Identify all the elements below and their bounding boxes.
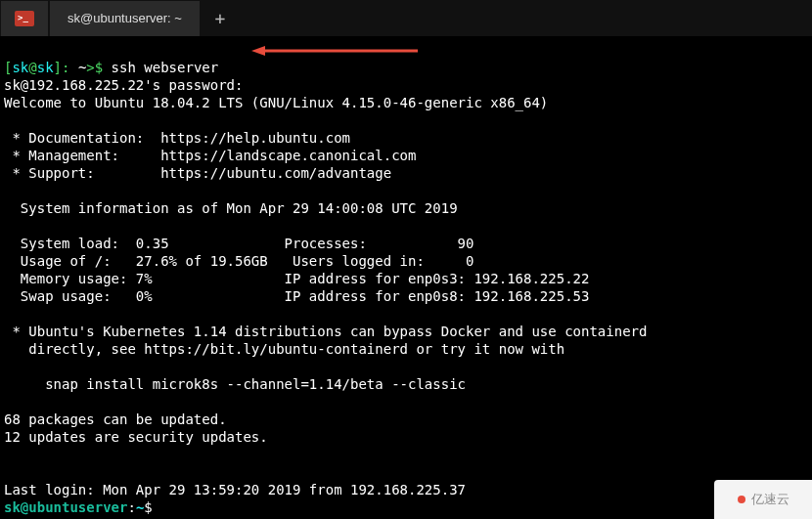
prompt-path: ~ <box>69 60 86 75</box>
terminal-icon <box>15 11 34 26</box>
last-login: Last login: Mon Apr 29 13:59:20 2019 fro… <box>4 482 466 497</box>
sysinfo-load: System load: 0.35 Processes: 90 <box>4 236 474 251</box>
new-tab-button[interactable]: + <box>202 1 239 36</box>
sysinfo-swap: Swap usage: 0% IP address for enp0s8: 19… <box>4 288 589 304</box>
tab-terminal[interactable]: sk@ubuntuserver: ~ <box>50 1 200 36</box>
motd-support: * Support: https://ubuntu.com/advantage <box>4 165 391 181</box>
prompt-arrow: >$ <box>86 60 111 75</box>
updates-line2: 12 updates are security updates. <box>4 429 268 445</box>
welcome-line: Welcome to Ubuntu 18.04.2 LTS (GNU/Linux… <box>4 95 548 110</box>
watermark-dot-icon <box>738 496 745 503</box>
sysinfo-header: System information as of Mon Apr 29 14:0… <box>4 200 458 216</box>
sysinfo-mem: Memory usage: 7% IP address for enp0s3: … <box>4 271 589 286</box>
motd-snap: snap install microk8s --channel=1.14/bet… <box>4 376 466 392</box>
prompt-user: sk <box>12 60 28 75</box>
motd-doc: * Documentation: https://help.ubuntu.com <box>4 130 350 146</box>
app-icon-box <box>1 1 48 36</box>
prompt-close: ]: <box>54 60 70 75</box>
watermark: 亿速云 <box>714 480 812 519</box>
updates-line1: 68 packages can be updated. <box>4 411 227 427</box>
tab-bar: sk@ubuntuserver: ~ + <box>0 0 812 37</box>
watermark-text: 亿速云 <box>751 491 789 508</box>
prompt2-colon: : <box>127 499 135 515</box>
command-text: ssh webserver <box>112 60 219 75</box>
motd-mgmt: * Management: https://landscape.canonica… <box>4 148 416 163</box>
sysinfo-usage: Usage of /: 27.6% of 19.56GB Users logge… <box>4 253 474 269</box>
terminal-output[interactable]: [sk@sk]: ~>$ ssh webserver sk@192.168.22… <box>0 37 812 519</box>
prompt2-dollar: $ <box>144 499 152 515</box>
motd-k8s2: directly, see https://bit.ly/ubuntu-cont… <box>4 341 564 357</box>
prompt2-userhost: sk@ubuntuserver <box>4 499 127 515</box>
password-prompt: sk@192.168.225.22's password: <box>4 77 243 93</box>
motd-k8s1: * Ubuntu's Kubernetes 1.14 distributions… <box>4 324 647 339</box>
prompt-host: sk <box>37 60 54 75</box>
prompt-at: @ <box>28 60 36 75</box>
